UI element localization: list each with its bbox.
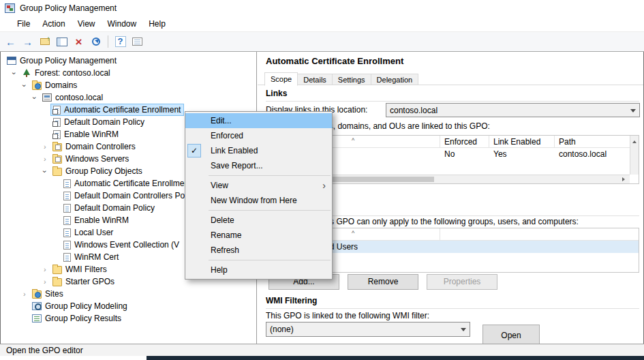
tab-scope[interactable]: Scope — [264, 72, 298, 86]
dropdown-arrow-icon — [461, 328, 466, 334]
scroll-up-icon — [632, 138, 637, 143]
tree-item-group-policy-results[interactable]: › Group Policy Results — [0, 312, 256, 325]
menu-item-new-window-from-here[interactable]: New Window from Here — [185, 193, 332, 208]
menu-bar: File Action View Window Help — [0, 16, 644, 31]
show-console-tree-button[interactable] — [54, 34, 70, 49]
tree-item-forest[interactable]: › Forest: contoso.local — [0, 67, 256, 79]
up-one-level-icon — [40, 38, 50, 45]
tree-item-label: Forest: contoso.local — [35, 68, 110, 78]
menu-window[interactable]: Window — [102, 18, 143, 30]
chevron-collapsed-icon[interactable]: › — [44, 266, 51, 273]
wmi-filter-value: (none) — [270, 325, 294, 334]
menu-item-delete[interactable]: Delete — [185, 213, 332, 228]
taskbar[interactable] — [0, 356, 644, 360]
tree-item-label: Domains — [45, 80, 77, 90]
tree-item-group-policy-management[interactable]: Group Policy Management — [0, 55, 256, 67]
gpo-icon — [63, 228, 71, 237]
tree-item-label: WinRM Cert — [74, 252, 119, 262]
menu-item-refresh[interactable]: Refresh — [185, 243, 332, 258]
chevron-collapsed-icon[interactable]: › — [44, 278, 51, 286]
modeling-icon — [32, 302, 42, 310]
sort-ascending-icon: ^ — [352, 227, 354, 239]
tree-item-sites[interactable]: › Sites — [0, 288, 256, 300]
links-heading: Links — [266, 89, 639, 102]
menu-item-label: Rename — [211, 230, 241, 240]
menu-help[interactable]: Help — [142, 18, 172, 30]
domain-icon — [42, 93, 52, 102]
tree-item-label: Automatic Certificate Enrollment — [74, 179, 191, 188]
column-header-path[interactable]: Path — [555, 136, 630, 148]
wmi-filter-combobox[interactable]: (none) — [266, 322, 470, 337]
up-one-level-button[interactable] — [37, 34, 52, 49]
menu-item-edit[interactable]: Edit... — [185, 113, 332, 128]
properties-button[interactable]: Properties — [427, 274, 497, 290]
delete-icon: × — [76, 36, 82, 48]
location-combobox[interactable]: contoso.local — [386, 103, 640, 117]
menu-item-label: Help — [211, 265, 228, 275]
folder-icon — [52, 168, 62, 176]
menu-separator — [209, 175, 331, 176]
tree-item-label: Default Domain Policy — [74, 203, 155, 213]
chevron-collapsed-icon[interactable]: › — [44, 143, 51, 151]
menu-item-link-enabled[interactable]: ✓ Link Enabled — [185, 143, 332, 158]
remove-button[interactable]: Remove — [348, 274, 418, 290]
back-button[interactable]: ← — [3, 34, 18, 49]
wmi-description: This GPO is linked to the following WMI … — [266, 311, 429, 320]
chevron-collapsed-icon[interactable]: › — [44, 155, 51, 163]
tree-item-label: Group Policy Modeling — [45, 301, 127, 311]
column-header-link-enabled[interactable]: Link Enabled — [489, 136, 555, 148]
back-icon: ← — [5, 37, 16, 47]
menu-item-label: Link Enabled — [211, 146, 258, 155]
links-vertical-scrollbar[interactable] — [630, 136, 639, 175]
menu-item-label: Save Report... — [211, 161, 263, 170]
submenu-arrow-icon: › — [322, 178, 326, 193]
tree-item-label: Default Domain Controllers Policy — [74, 191, 196, 200]
menu-item-label: New Window from Here — [211, 196, 297, 205]
chevron-expanded-icon[interactable]: › — [13, 70, 20, 77]
tab-delegation[interactable]: Delegation — [371, 74, 419, 85]
export-list-icon — [132, 38, 142, 46]
tree-item-group-policy-modeling[interactable]: › Group Policy Modeling — [0, 300, 256, 312]
tree-item-label: WMI Filters — [65, 265, 107, 274]
column-label: Link Enabled — [493, 137, 540, 147]
menu-item-enforced[interactable]: Enforced — [185, 128, 332, 143]
open-button[interactable]: Open — [482, 325, 540, 344]
chevron-expanded-icon[interactable]: › — [44, 168, 51, 175]
forward-button[interactable]: → — [20, 34, 35, 49]
gpo-icon — [63, 241, 71, 250]
column-label: Enforced — [444, 137, 477, 147]
menu-file[interactable]: File — [11, 18, 36, 30]
menu-item-help[interactable]: Help — [185, 262, 332, 278]
menu-action[interactable]: Action — [36, 18, 71, 30]
tree-item-label: Local User — [74, 228, 113, 237]
column-header-enforced[interactable]: Enforced — [440, 136, 489, 148]
menu-item-rename[interactable]: Rename — [185, 228, 332, 243]
scroll-right-icon — [622, 177, 627, 181]
chevron-expanded-icon[interactable]: › — [23, 82, 31, 89]
tree-item-domains[interactable]: › Domains — [0, 79, 256, 91]
tree-item-label: Enable WinRM — [64, 130, 119, 139]
refresh-button[interactable] — [88, 34, 104, 49]
tree-item-label: contoso.local — [55, 93, 103, 102]
status-text: Open the GPO editor — [6, 346, 83, 355]
domains-folder-icon — [32, 82, 42, 90]
menu-item-label: Enforced — [211, 131, 243, 140]
menu-view[interactable]: View — [72, 18, 102, 30]
chevron-collapsed-icon[interactable]: › — [23, 290, 31, 298]
tree-item-contoso-local[interactable]: › contoso.local — [0, 91, 256, 104]
gpo-icon — [63, 216, 71, 225]
help-button[interactable]: ? — [112, 34, 128, 49]
toolbar: ← → × ? — [0, 31, 644, 52]
tab-settings[interactable]: Settings — [332, 74, 371, 85]
delete-button[interactable]: × — [71, 34, 87, 49]
chevron-expanded-icon[interactable]: › — [33, 94, 41, 102]
export-list-button[interactable] — [129, 34, 145, 49]
tab-details[interactable]: Details — [297, 74, 333, 85]
menu-item-save-report[interactable]: Save Report... — [185, 158, 332, 173]
menu-item-view[interactable]: View › — [185, 178, 332, 193]
menu-item-label: Edit... — [211, 116, 232, 125]
sort-ascending-icon: ^ — [352, 134, 354, 147]
tree-item-label: Group Policy Objects — [65, 166, 142, 176]
cell-path: contoso.local — [555, 148, 621, 160]
tree-item-label: Group Policy Management — [20, 56, 117, 65]
